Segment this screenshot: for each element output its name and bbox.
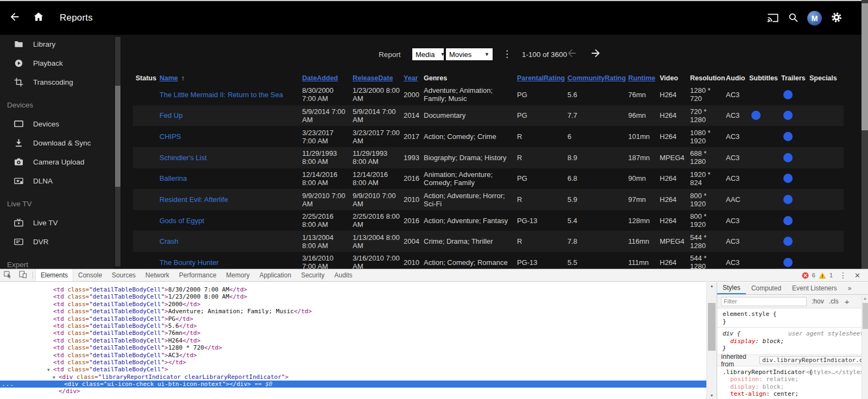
devtools-tree-node[interactable]: <td class="detailTableBodyCell">5.6</td> (0, 322, 706, 330)
inherited-node-link[interactable]: div.libraryReportIndicator.clea… (760, 356, 864, 364)
devtools-tab-performance[interactable]: Performance (174, 269, 221, 281)
scroll-down-icon[interactable]: ▼ (707, 394, 717, 397)
devtools-tree-node[interactable]: <td class="detailTableBodyCell">8/30/200… (0, 286, 706, 293)
inspect-element-button[interactable] (0, 269, 15, 281)
devtools-tree-node[interactable]: <td class="detailTableBodyCell"></td> (0, 359, 706, 366)
sidebar-item-transcoding[interactable]: Transcoding (0, 73, 114, 92)
sort-link-releasedate[interactable]: ReleaseDate (353, 74, 393, 82)
sidebar-scrollbar-thumb[interactable] (115, 86, 120, 187)
report-type-select[interactable]: Media ▼ (412, 48, 444, 60)
more-options-button[interactable]: ⋮ (502, 48, 512, 61)
devtools-tab-memory[interactable]: Memory (221, 269, 254, 281)
sort-link-name[interactable]: Name (159, 74, 178, 82)
css-property-text-align[interactable]: text-align: center; (723, 390, 865, 398)
devtools-tree-node[interactable]: <td class="detailTableBodyCell">1280 * 7… (0, 344, 706, 351)
sort-link-communityrating[interactable]: CommunityRating (567, 74, 626, 82)
styles-tab-event-listeners[interactable]: Event Listeners (787, 282, 843, 294)
toggle-classes-button[interactable]: .cls (829, 297, 839, 305)
movie-title-link[interactable]: Gods of Egypt (159, 217, 204, 225)
scroll-up-icon[interactable]: ▲ (707, 284, 717, 288)
sidebar-item-live-tv[interactable]: Live TV (0, 213, 114, 232)
styles-tab-styles[interactable]: Styles (717, 282, 746, 294)
devtools-menu-button[interactable]: ⋮ (836, 271, 850, 280)
user-avatar[interactable]: M (807, 11, 822, 26)
movie-title-link[interactable]: Resident Evil: Afterlife (159, 195, 228, 204)
movie-title-link[interactable]: Schindler's List (159, 154, 207, 162)
sort-link-dateadded[interactable]: DateAdded (302, 74, 338, 82)
devtools-tree-node[interactable]: <td class="detailTableBodyCell">H264</td… (0, 337, 706, 344)
devtools-tree-node[interactable]: ▼<td class="detailTableBodyCell"> (0, 366, 706, 373)
devtools-tree-node[interactable]: <td class="detailTableBodyCell">76mn</td… (0, 330, 706, 337)
cast-button[interactable] (766, 12, 779, 25)
sort-link-parentalrating[interactable]: ParentalRating (517, 74, 565, 82)
rule-selector[interactable]: element.style { (723, 311, 865, 318)
back-button[interactable] (8, 11, 22, 25)
devtools-tab-elements[interactable]: Elements (35, 269, 73, 281)
column-header-subtitles: Subtitles (746, 74, 778, 82)
cell-trailers (778, 237, 807, 246)
console-error-icon[interactable] (802, 272, 809, 279)
sidebar-item-library[interactable]: Library (0, 35, 114, 54)
elements-scrollbar-thumb[interactable] (708, 303, 716, 351)
movie-title-link[interactable]: CHIPS (159, 132, 181, 141)
movie-title-link[interactable]: Ballerina (159, 174, 187, 182)
devtools-tab-audits[interactable]: Audits (329, 269, 357, 281)
css-property-display[interactable]: display: block; (723, 383, 865, 391)
sort-link-runtime[interactable]: Runtime (628, 74, 655, 82)
report-view-select[interactable]: Movies ▼ (446, 48, 493, 60)
sidebar-item-devices[interactable]: Devices (0, 115, 114, 134)
camera-icon (13, 157, 24, 168)
next-page-button[interactable] (589, 48, 602, 61)
devtools-tree-node[interactable]: </div> (0, 388, 706, 395)
settings-button[interactable] (830, 12, 843, 25)
home-button[interactable] (31, 11, 46, 25)
sort-link-year[interactable]: Year (404, 74, 418, 82)
styles-tab-computed[interactable]: Computed (746, 282, 787, 294)
devtools-tab-sources[interactable]: Sources (107, 269, 141, 281)
movie-title-link[interactable]: The Bounty Hunter (159, 258, 219, 267)
devtools-tab-security[interactable]: Security (296, 269, 329, 281)
sidebar-item-dlna[interactable]: DLNA (0, 172, 114, 191)
sidebar-item-download-sync[interactable]: Download & Sync (0, 134, 114, 153)
device-toolbar-button[interactable] (15, 269, 30, 281)
devtools-tree-node[interactable]: <td class="detailTableBodyCell">1/23/200… (0, 293, 706, 300)
devtools-tab-application[interactable]: Application (254, 269, 296, 281)
console-warning-icon[interactable] (819, 272, 826, 279)
tv-star-icon (13, 176, 24, 187)
styles-tab-more[interactable]: » (843, 282, 857, 294)
elements-scrollbar[interactable]: ▲ ▼ (706, 282, 717, 399)
sidebar-scrollbar[interactable] (115, 37, 120, 267)
devtools-close-button[interactable]: ✕ (853, 271, 861, 280)
devtools-tab-console[interactable]: Console (73, 269, 107, 281)
sidebar-item-camera-upload[interactable]: Camera Upload (0, 153, 114, 172)
avatar-initial: M (812, 14, 818, 23)
new-style-rule-button[interactable]: + (845, 297, 850, 306)
styles-scrollbar-thumb[interactable] (863, 303, 868, 329)
devtools-tree-node[interactable]: ▼<div class="libraryReportIndicator clea… (0, 373, 706, 381)
styles-scrollbar[interactable]: ▲ (861, 295, 868, 399)
devtools-tree-node[interactable]: <td class="detailTableBodyCell">2000</td… (0, 301, 706, 308)
page-scrollbar[interactable] (861, 0, 868, 269)
css-property-display[interactable]: display: block; (723, 338, 865, 345)
devtools-tree-node[interactable]: <td class="detailTableBodyCell">PG</td> (0, 315, 706, 322)
search-button[interactable] (787, 12, 800, 25)
sidebar-item-playback[interactable]: Playback (0, 54, 114, 73)
page-scrollbar-thumb[interactable] (861, 3, 868, 130)
sidebar-item-dvr[interactable]: DVR (0, 232, 114, 251)
movie-title-link[interactable]: Crash (159, 237, 178, 245)
styles-filter-input[interactable]: Filter (721, 297, 807, 306)
scroll-up-icon[interactable]: ▲ (862, 296, 868, 300)
devtools-selected-node[interactable]: ...<div class="ui-icon-check ui-btn-icon… (0, 381, 706, 388)
devtools-tree-node[interactable]: <td class="detailTableBodyCell">AC3</td> (0, 352, 706, 359)
css-property-position[interactable]: position: relative; (723, 376, 865, 383)
toggle-hover-state-button[interactable]: :hov (812, 297, 824, 305)
cell-trailers (778, 195, 807, 204)
movie-title-link[interactable]: Fed Up (159, 111, 183, 119)
devtools-tab-network[interactable]: Network (141, 269, 174, 281)
previous-page-button[interactable] (565, 48, 578, 61)
movie-title-link[interactable]: The Little Mermaid II: Return to the Sea (159, 91, 283, 99)
chevron-down-icon: ▼ (479, 52, 489, 57)
rule-origin[interactable]: <style>…</style> (806, 369, 864, 376)
column-header-runtime: Runtime (626, 74, 657, 82)
devtools-tree-node[interactable]: <td class="detailTableBodyCell">Adventur… (0, 308, 706, 315)
